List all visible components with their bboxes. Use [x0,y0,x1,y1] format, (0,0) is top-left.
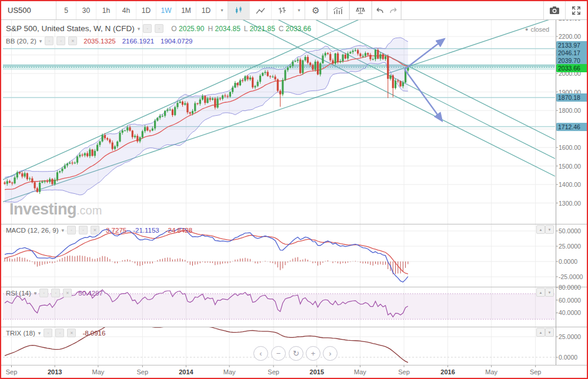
price-level-badge: 2046.17 [556,49,588,57]
bb-visibility-button[interactable]: ◦ [56,36,65,45]
timeframe-custom[interactable]: 1D [196,1,216,19]
bb-lower-value: 1904.0729 [161,38,192,45]
symbol-input[interactable]: US500 [1,1,56,19]
macd-settings-button[interactable]: ◦ [67,226,76,234]
trix-settings-button[interactable]: ◦ [44,328,52,337]
candlestick-icon [234,6,243,15]
series-settings-button[interactable]: ◦ [143,24,152,33]
indicators-icon [333,6,344,15]
macd-axis-label: 50.0000 [559,227,581,234]
scroll-left-button[interactable]: ‹ [253,346,268,361]
price-axis-label: 1300.00 [559,200,581,207]
rsi-label: RSI (14) [6,290,31,297]
time-axis-label: May [223,368,236,375]
bb-upper-value: 2166.1921 [122,38,154,45]
chart-type-dropdown-caret[interactable]: ▾ [293,1,305,19]
time-axis-label: Sep [398,368,410,375]
series-style-button[interactable]: ◦ [155,24,163,33]
timeframe-30m[interactable]: 30 [76,1,96,19]
line-chart-icon [256,6,266,15]
macd-value-3: -24.8428 [166,227,192,234]
rsi-visibility-button[interactable]: ◦ [51,289,60,297]
settings-group: ⚙ [305,1,328,19]
line-chart-button[interactable] [250,1,272,19]
trix-remove-button[interactable]: ✕ [67,328,76,337]
time-axis-label: May [92,368,105,375]
timeframe-1m[interactable]: 1M [176,1,196,19]
ohlc-bars-icon [278,6,287,15]
time-axis-label: May [354,368,366,375]
macd-value-2: -21.1153 [133,227,159,234]
settings-button[interactable]: ⚙ [305,1,327,19]
bb-remove-button[interactable]: ✕ [68,36,77,45]
macd-remove-button[interactable]: ✕ [91,226,99,234]
rsi-panel-down-button[interactable]: ▾ [545,288,554,297]
screenshot-button[interactable] [543,1,565,19]
undo-button[interactable] [372,1,386,19]
macd-axis-label: 25.0000 [559,243,581,250]
timeframe-group: 5 30 1h 4h 1D 1W 1M 1D ▾ [56,1,228,19]
chart-canvas[interactable]: S&P 500, United States, W, N (CFD) ▾ ◦ ◦… [0,19,588,379]
trix-visibility-button[interactable]: ◦ [55,328,64,337]
price-axis-label: 2200.00 [559,33,581,40]
trix-panel-up-button[interactable]: ▴ [536,328,545,337]
scroll-right-button[interactable]: › [323,346,338,361]
rsi-remove-button[interactable]: ✕ [63,289,72,297]
camera-icon [549,6,560,15]
chart-type-group: ▾ [228,1,305,19]
fullscreen-icon [572,6,581,15]
status-dot-icon: ● [525,26,528,32]
timeframe-5m[interactable]: 5 [56,1,76,19]
bb-mid-value: 2035.1325 [83,38,115,45]
indicators-group [328,1,350,19]
time-axis-label: 2014 [179,368,193,375]
status-text: closed [530,26,549,33]
gear-icon: ⚙ [312,5,319,16]
reset-zoom-button[interactable]: ↻ [289,346,303,361]
compare-group [350,1,372,19]
bb-settings-button[interactable]: ◦ [45,36,54,45]
zoom-out-button[interactable]: − [271,346,286,361]
macd-visibility-button[interactable]: ◦ [79,226,88,234]
title-dropdown-caret[interactable]: ▾ [138,26,141,32]
timeframe-1d[interactable]: 1D [136,1,156,19]
candlestick-chart-button[interactable] [228,1,250,19]
chart-title-bar: S&P 500, United States, W, N (CFD) ▾ ◦ ◦… [6,24,315,33]
timeframe-dropdown-caret[interactable]: ▾ [216,1,228,19]
rsi-value: 50.4297 [78,290,103,297]
time-axis-label: Sep [530,368,542,375]
investing-logo: Investing.com [9,200,102,219]
bb-dropdown-caret[interactable]: ▾ [39,38,42,44]
rsi-dropdown-caret[interactable]: ▾ [34,290,37,296]
market-status: ● closed [525,26,549,33]
macd-panel-down-button[interactable]: ▾ [545,225,554,234]
open-value: 2025.90 [179,25,204,33]
trix-label: TRIX (18) [6,330,35,337]
trix-axis-label: 25.0000 [559,333,581,340]
trix-dropdown-caret[interactable]: ▾ [38,330,41,336]
time-axis-label: Sep [6,368,18,375]
zoom-in-button[interactable]: + [306,346,320,361]
timeframe-4h[interactable]: 4h [116,1,136,19]
macd-panel-up-button[interactable]: ▴ [536,225,545,234]
compare-button[interactable] [350,1,372,19]
indicators-button[interactable] [328,1,349,19]
time-axis-label: 2016 [440,368,455,375]
macd-dropdown-caret[interactable]: ▾ [61,227,64,233]
high-value: 2034.85 [215,25,240,33]
ohlc-bars-button[interactable] [272,1,293,19]
redo-button[interactable] [386,1,401,19]
redo-arrow-icon [389,7,398,14]
macd-value-1: 3.7275 [106,227,126,234]
rsi-settings-button[interactable]: ◦ [39,289,48,297]
timeframe-1w-selected[interactable]: 1W [156,1,176,19]
rsi-panel-up-button[interactable]: ▴ [536,288,545,297]
close-value: 2033.66 [286,25,311,33]
trix-panel-down-button[interactable]: ▾ [545,328,554,337]
price-level-badge: 1712.46 [556,123,588,131]
time-axis-label: 2013 [48,368,62,375]
timeframe-1h[interactable]: 1h [96,1,116,19]
fullscreen-button[interactable] [565,1,587,19]
undo-arrow-icon [375,7,384,14]
toolbar-right-group [543,1,587,19]
